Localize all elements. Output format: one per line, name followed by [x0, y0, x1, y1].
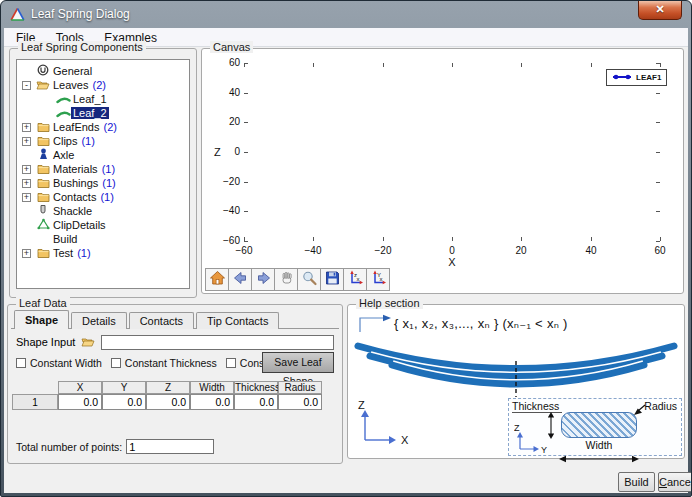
tree-item-test[interactable]: +Test(1) — [20, 246, 189, 260]
folder-icon — [35, 247, 51, 261]
table-corner-cell — [12, 381, 58, 394]
cell-x[interactable]: 0.0 — [58, 394, 102, 410]
axes-zx-icon: zx — [347, 270, 364, 290]
tick-mark — [244, 93, 248, 94]
legend-label: LEAF1 — [636, 73, 661, 82]
tick-mark — [452, 237, 453, 241]
tick-mark — [244, 63, 248, 64]
tree-item-leaves[interactable]: -Leaves(2) — [20, 78, 189, 92]
toolbar-forward-button[interactable] — [251, 268, 275, 291]
tree-item-label: Test — [51, 247, 75, 259]
tree-item-general[interactable]: General — [20, 64, 189, 78]
tree-item-label: Materials — [51, 163, 100, 175]
shape-input-label: Shape Input — [16, 336, 75, 348]
total-points-label: Total number of points: — [16, 441, 122, 453]
tree-item-count: (1) — [102, 177, 115, 189]
total-points-input[interactable] — [126, 439, 214, 454]
cell-width[interactable]: 0.0 — [190, 394, 234, 410]
cancel-button[interactable]: Cancel — [658, 472, 692, 492]
shape-input-field[interactable] — [101, 335, 334, 350]
component-tree[interactable]: General-Leaves(2)Leaf_1Leaf_2+LeafEnds(2… — [16, 59, 190, 289]
tab-tip-contacts[interactable]: Tip Contacts — [196, 312, 279, 329]
tree-item-label: Bushings — [51, 177, 100, 189]
tree-item-clips[interactable]: +Clips(1) — [20, 134, 189, 148]
tab-details[interactable]: Details — [71, 312, 127, 329]
build-button[interactable]: Build — [618, 472, 655, 492]
tab-contacts[interactable]: Contacts — [129, 312, 194, 329]
tick-mark — [383, 63, 384, 67]
y-tick-label: 60 — [207, 57, 240, 68]
app-logo-icon — [10, 7, 25, 22]
tree-item-label: ClipDetails — [51, 219, 108, 231]
svg-text:x: x — [379, 276, 382, 282]
constant-width-checkbox[interactable]: Constant Width — [16, 357, 102, 369]
zy-axes-indicator: Z Y — [514, 423, 552, 459]
toolbar-home-button[interactable] — [205, 268, 229, 291]
cell-radius[interactable]: 0.0 — [278, 394, 322, 410]
width-arrow-icon — [559, 449, 639, 467]
leaf-data-group-label: Leaf Data — [16, 297, 70, 309]
folder-icon — [35, 163, 51, 177]
tree-item-bushings[interactable]: +Bushings(1) — [20, 176, 189, 190]
toolbar-back-button[interactable] — [228, 268, 252, 291]
save-leaf-shape-button[interactable]: Save Leaf Shape — [262, 352, 334, 373]
toolbar-zoom-button[interactable] — [297, 268, 321, 291]
tick-mark — [591, 63, 592, 67]
x-tick-label: 60 — [643, 245, 677, 256]
titlebar[interactable]: Leaf Spring Dialog ✕ — [1, 1, 691, 28]
tree-item-leaf-1[interactable]: Leaf_1 — [20, 92, 189, 106]
tree-item-label: LeafEnds — [51, 121, 101, 133]
tree-item-clipdetails[interactable]: ClipDetails — [20, 218, 189, 232]
tree-item-build[interactable]: Build — [20, 232, 189, 246]
expander-icon[interactable]: + — [22, 249, 31, 258]
leaf-icon — [55, 93, 71, 107]
tree-item-leaf-2[interactable]: Leaf_2 — [20, 106, 189, 120]
cell-y[interactable]: 0.0 — [102, 394, 146, 410]
tree-item-axle[interactable]: Axle — [20, 148, 189, 162]
tick-mark — [244, 152, 248, 153]
expander-icon[interactable]: - — [22, 81, 31, 90]
x-sequence-formula: { x₁, x₂, x₃,..., xₙ } (xₙ₋₁ < xₙ ) — [394, 316, 568, 331]
tree-item-contacts[interactable]: +Contacts(1) — [20, 190, 189, 204]
tree-item-label: Leaf_2 — [71, 107, 109, 119]
tab-shape[interactable]: Shape — [14, 310, 69, 329]
shape-input-row: Shape Input — [16, 334, 334, 350]
leaf-data-group: Leaf Data Shape Details Contacts Tip Con… — [7, 304, 343, 464]
expander-icon[interactable]: + — [22, 165, 31, 174]
cell-thickness[interactable]: 0.0 — [234, 394, 278, 410]
y-axis-label: Z — [214, 146, 221, 158]
x-tick-label: 40 — [574, 245, 608, 256]
expander-icon[interactable]: + — [22, 123, 31, 132]
tree-item-label: Build — [51, 233, 79, 245]
tree-item-label: Contacts — [51, 191, 98, 203]
tree-item-materials[interactable]: +Materials(1) — [20, 162, 189, 176]
toolbar-axes-yx-button[interactable]: Yx — [366, 268, 390, 291]
constant-thickness-checkbox[interactable]: Constant Thickness — [111, 357, 217, 369]
shape-input-browse-button[interactable] — [79, 335, 97, 350]
toolbar-save-button[interactable] — [320, 268, 344, 291]
magnifier-icon — [301, 270, 318, 290]
tick-mark — [313, 237, 314, 241]
x-tick-label: −60 — [227, 245, 261, 256]
close-button[interactable]: ✕ — [638, 1, 682, 20]
expander-icon[interactable]: + — [22, 193, 31, 202]
tree-item-label: General — [51, 65, 94, 77]
tree-item-count: (1) — [81, 135, 94, 147]
tree-item-leafends[interactable]: +LeafEnds(2) — [20, 120, 189, 134]
plot-area[interactable]: −60−40−2002040606040200−20−40−60 — [244, 63, 660, 241]
toolbar-axes-zx-button[interactable]: zx — [343, 268, 367, 291]
back-arrow-icon — [232, 270, 249, 290]
col-header-radius: Radius — [278, 381, 322, 394]
clipdetails-icon — [35, 218, 51, 233]
toolbar-pan-button[interactable] — [274, 268, 298, 291]
cell-z[interactable]: 0.0 — [146, 394, 190, 410]
tick-mark — [244, 241, 248, 242]
expander-icon[interactable]: + — [22, 179, 31, 188]
folder-icon — [35, 177, 51, 191]
legend-line-icon — [612, 73, 632, 83]
x-tick-label: 0 — [435, 245, 469, 256]
tree-item-shackle[interactable]: Shackle — [20, 204, 189, 218]
expander-icon[interactable]: + — [22, 137, 31, 146]
tick-mark — [521, 237, 522, 241]
radius-label: Radius — [644, 400, 677, 412]
